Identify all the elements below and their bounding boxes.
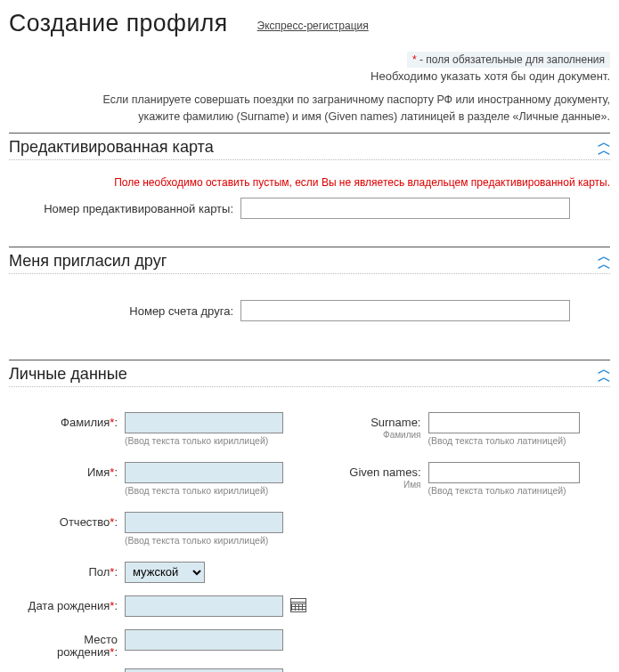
latin-input-note: Если планируете совершать поездки по заг… [9, 92, 610, 125]
given-names-label: Given names: Имя [313, 462, 428, 490]
collapse-icon[interactable]: ︿︿ [598, 366, 610, 381]
express-registration-link[interactable]: Экспресс-регистрация [257, 20, 369, 32]
gender-label: Пол*: [9, 562, 125, 579]
preactivated-card-label: Номер предактивированной карты: [9, 198, 240, 216]
document-required-note: Необходимо указать хотя бы один документ… [9, 69, 610, 83]
name-input[interactable] [125, 462, 283, 483]
given-names-input[interactable] [428, 462, 580, 483]
dob-label: Дата рождения*: [9, 595, 125, 613]
surname-en-hint: (Ввод текста только латиницей) [428, 435, 580, 446]
surname-en-input[interactable] [428, 412, 580, 433]
page-title: Создание профиля [9, 9, 228, 37]
given-names-hint: (Ввод текста только латиницей) [428, 485, 580, 496]
preactivated-card-input[interactable] [240, 198, 570, 219]
surname-label: Фамилия*: [9, 412, 125, 430]
section-header-preactivated: Предактивированная карта ︿︿ [9, 133, 610, 160]
collapse-icon[interactable]: ︿︿ [598, 253, 610, 268]
dob-input[interactable] [125, 595, 283, 617]
required-fields-note: * - поля обязательные для заполнения [9, 53, 610, 66]
surname-hint: (Ввод текста только кириллицей) [125, 435, 283, 446]
calendar-icon[interactable] [290, 598, 306, 612]
gender-select[interactable]: мужской [125, 562, 205, 583]
section-header-friend: Меня пригласил друг ︿︿ [9, 247, 610, 274]
patronymic-input[interactable] [125, 512, 283, 533]
friend-account-input[interactable] [240, 300, 570, 321]
patronymic-label: Отчество*: [9, 512, 125, 530]
pob-label: Месторождения*: [9, 629, 125, 660]
name-label: Имя*: [9, 462, 125, 480]
surname-en-label: Surname: Фамилия [313, 412, 428, 441]
collapse-icon[interactable]: ︿︿ [598, 139, 610, 154]
patronymic-hint: (Ввод текста только кириллицей) [125, 535, 283, 546]
preactivated-hint: Поле необходимо оставить пустым, если Вы… [9, 176, 610, 189]
pob-input[interactable] [125, 629, 283, 651]
friend-account-label: Номер счета друга: [9, 300, 240, 319]
homepage-input[interactable] [125, 668, 283, 672]
section-header-personal: Личные данные ︿︿ [9, 360, 610, 387]
surname-input[interactable] [125, 412, 283, 433]
name-hint: (Ввод текста только кириллицей) [125, 485, 283, 496]
homepage-label: Домашняястраница: [9, 668, 125, 672]
